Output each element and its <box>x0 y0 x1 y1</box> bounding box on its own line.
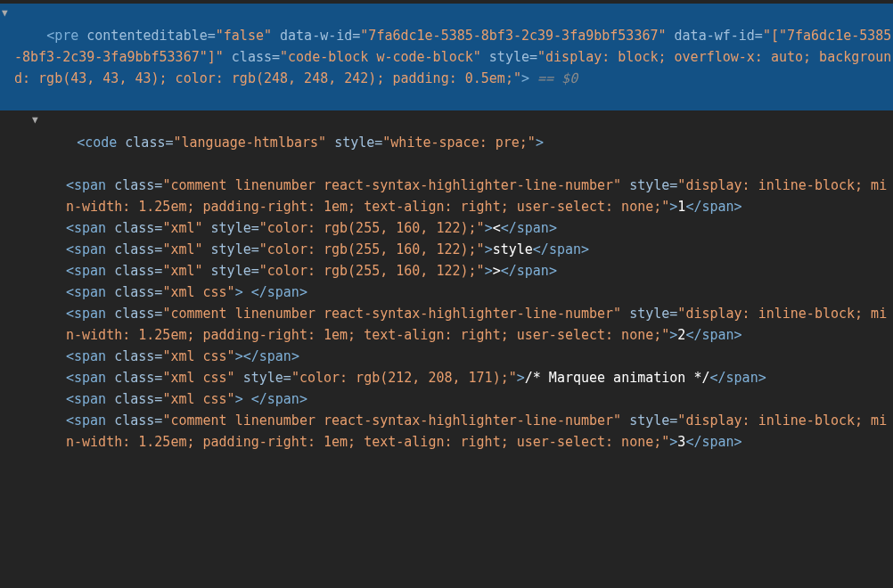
attr-name: style <box>334 135 374 151</box>
attr-value: "comment linenumber react-syntax-highlig… <box>162 412 621 429</box>
attr-name: class <box>114 391 154 407</box>
attr-name: style <box>489 49 529 65</box>
dom-node-span[interactable]: <span class="xml" style="color: rgb(255,… <box>0 217 893 239</box>
attr-value: "comment linenumber react-syntax-highlig… <box>162 306 621 322</box>
attr-value: "xml css" <box>162 284 234 300</box>
attr-value: "xml" <box>162 220 202 236</box>
tag-name: span <box>74 177 106 193</box>
dom-node-span[interactable]: <span class="xml css"> </span> <box>0 282 893 303</box>
text-content: > <box>493 263 501 279</box>
dom-node-span[interactable]: <span class="comment linenumber react-sy… <box>0 410 893 453</box>
attr-value: "xml css" <box>162 348 234 364</box>
attr-name: class <box>114 370 154 386</box>
attr-name: data-w-id <box>280 28 352 44</box>
attr-value: "xml" <box>162 241 202 257</box>
attr-name: style <box>211 220 251 236</box>
attr-value: "comment linenumber react-syntax-highlig… <box>162 177 621 193</box>
tag-name: span <box>74 306 106 322</box>
attr-value: "xml" <box>162 263 202 279</box>
dom-node-code[interactable]: ▼<code class="language-htmlbars" style="… <box>0 110 893 175</box>
attr-name: class <box>125 135 165 151</box>
text-content: /* Marquee animation */ <box>525 370 710 386</box>
attr-name: style <box>211 241 251 257</box>
attr-value: "color: rgb(212, 208, 171);" <box>291 370 517 386</box>
tag-close-brace: > <box>521 70 529 86</box>
attr-name: style <box>211 263 251 279</box>
attr-name: class <box>114 241 154 257</box>
attr-name: class <box>232 49 272 65</box>
tag-name: span <box>74 391 106 407</box>
attr-value: "7fa6dc1e-5385-8bf3-2c39-3fa9bbf53367" <box>360 28 666 44</box>
attr-name: style <box>629 412 669 429</box>
tag-name: code <box>85 135 117 151</box>
attr-name: class <box>114 412 154 429</box>
attr-name: class <box>114 177 154 193</box>
attr-name: style <box>629 306 669 322</box>
attr-value: "xml css" <box>162 370 234 386</box>
dom-node-span[interactable]: <span class="xml css"></span> <box>0 346 893 367</box>
attr-name: data-wf-id <box>675 28 755 44</box>
attr-value: "color: rgb(255, 160, 122);" <box>259 220 485 236</box>
attr-value: "color: rgb(255, 160, 122);" <box>259 263 485 279</box>
dom-node-span[interactable]: <span class="xml css"> </span> <box>0 388 893 410</box>
attr-name: style <box>243 370 283 386</box>
tag-name: span <box>74 220 106 236</box>
tag-name: pre <box>54 28 78 44</box>
attr-value: "false" <box>216 28 272 44</box>
text-content <box>243 391 251 407</box>
attr-value: "xml css" <box>162 391 234 407</box>
dom-node-span[interactable]: <span class="xml" style="color: rgb(255,… <box>0 239 893 260</box>
dom-node-pre[interactable]: ▼<pre contenteditable="false" data-w-id=… <box>0 4 893 110</box>
expand-arrow-icon[interactable]: ▼ <box>32 112 38 128</box>
tag-name: span <box>74 348 106 364</box>
tag-name: span <box>74 370 106 386</box>
attr-value: "color: rgb(255, 160, 122);" <box>259 241 485 257</box>
tag-open-brace: < <box>46 28 54 44</box>
attr-name: class <box>114 306 154 322</box>
expand-arrow-icon[interactable]: ▼ <box>2 5 8 21</box>
tag-name: span <box>74 263 106 279</box>
attr-value: "code-block w-code-block" <box>280 49 481 65</box>
text-content <box>243 284 251 300</box>
tag-name: span <box>74 241 106 257</box>
text-content: style <box>493 241 533 257</box>
dom-node-span[interactable]: <span class="xml css" style="color: rgb(… <box>0 367 893 388</box>
attr-name: class <box>114 284 154 300</box>
attr-name: style <box>629 177 669 193</box>
dom-node-span[interactable]: <span class="comment linenumber react-sy… <box>0 303 893 346</box>
text-content: < <box>493 220 501 236</box>
tag-name: span <box>74 284 106 300</box>
dom-node-span[interactable]: <span class="comment linenumber react-sy… <box>0 175 893 217</box>
devtools-elements-panel: ▼<pre contenteditable="false" data-w-id=… <box>0 0 893 456</box>
attr-name: class <box>114 220 154 236</box>
attr-value: "white-space: pre;" <box>382 135 536 151</box>
dom-node-span[interactable]: <span class="xml" style="color: rgb(255,… <box>0 260 893 282</box>
attr-name: class <box>114 263 154 279</box>
selected-indicator: == $0 <box>529 70 578 86</box>
attr-value: "language-htmlbars" <box>174 135 327 151</box>
tag-name: span <box>74 412 106 429</box>
attr-name: class <box>114 348 154 364</box>
attr-name: contenteditable <box>86 28 207 44</box>
